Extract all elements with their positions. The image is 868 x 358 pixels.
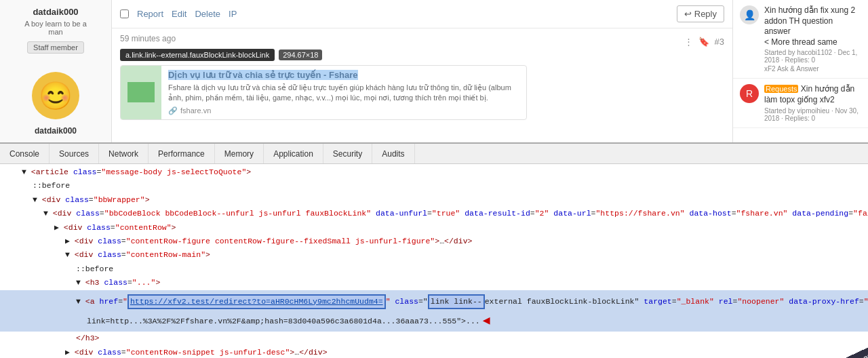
link-card-title[interactable]: Dịch vụ lưu trữ và chia sẻ trực tuyến - … [168, 70, 358, 80]
code-line-6: ▶ <div class="contentRow-figure contentR… [0, 235, 868, 248]
code-line-12: </h3> [0, 332, 868, 345]
sidebar-item-1[interactable]: 👤 Xin hướng dẫn fix xung 2 addon TH ques… [733, 0, 868, 79]
code-line-3: ▼ <div class="bbWrapper"> [0, 193, 868, 207]
user-panel-top: datdaik000 A boy learn to be a man Staff… [0, 0, 112, 142]
username-bottom: datdaik000 [35, 126, 77, 136]
code-line-5: ▶ <div class="contentRow"> [0, 221, 868, 235]
size-badge: 294.67×18 [279, 49, 322, 60]
report-link[interactable]: Report [137, 9, 163, 19]
tab-network[interactable]: Network [99, 144, 149, 163]
sidebar-item-2-meta: Started by vipmoihieu · Nov 30, 2018 · R… [764, 107, 861, 122]
sidebar-item-2-title: Requests Xin hướng dẫn làm topx giống xf… [764, 84, 861, 105]
post-toolbar: Report Edit Delete IP ↩ Reply [112, 0, 732, 28]
code-line-8: ::before [0, 262, 868, 276]
link-card-img-inner [127, 82, 155, 102]
sidebar-item-1-meta: Started by hacobi1102 · Dec 1, 2018 · Re… [764, 49, 861, 64]
sidebar-item-1-title: Xin hướng dẫn fix xung 2 addon TH questi… [764, 5, 861, 47]
code-line-11-highlighted: link=http...%3A%2F%2Ffshare.vn%2F&amp;ha… [0, 311, 868, 332]
forum-area: datdaik000 A boy learn to be a man Staff… [0, 0, 868, 142]
devtools-panel: Console Sources Network Performance Memo… [0, 142, 868, 358]
requests-badge: Requests [764, 85, 798, 93]
code-line-9: ▼ <h3 class="..."> [0, 276, 868, 290]
tab-console[interactable]: Console [0, 144, 50, 163]
avatar-emoji: 😊 [32, 72, 79, 119]
post-meta-row: 59 minutes ago ⋮ 🔖 #3 [120, 34, 724, 49]
link-card-body: Dịch vụ lưu trữ và chia sẻ trực tuyến - … [161, 66, 526, 119]
sidebar-item-1-content: Xin hướng dẫn fix xung 2 addon TH questi… [764, 5, 861, 73]
link-tooltip: a.link.link--external.fauxBlockLink-bloc… [120, 49, 275, 61]
edit-link[interactable]: Edit [172, 9, 186, 19]
reply-icon: ↩ [684, 9, 692, 19]
code-line-1: ▼ <article class="message-body js-select… [0, 165, 868, 179]
link-card[interactable]: Dịch vụ lưu trữ và chia sẻ trực tuyến - … [120, 65, 527, 120]
tab-security[interactable]: Security [323, 144, 372, 163]
tab-performance[interactable]: Performance [149, 144, 215, 163]
bookmark-icon[interactable]: 🔖 [698, 37, 709, 47]
tab-sources[interactable]: Sources [50, 144, 99, 163]
tab-memory[interactable]: Memory [215, 144, 264, 163]
tab-application[interactable]: Application [264, 144, 323, 163]
domain-icon: 🔗 [168, 106, 178, 115]
code-line-2: ::before [0, 179, 868, 193]
ip-link[interactable]: IP [229, 9, 237, 19]
post-checkbox[interactable] [120, 9, 129, 18]
sidebar-avatar-2: R [740, 84, 759, 103]
sidebar-item-2[interactable]: R Requests Xin hướng dẫn làm topx giống … [733, 79, 868, 127]
code-line-10-highlighted: ▼ <a href="https://xfv2.test/redirect?to… [0, 290, 868, 311]
code-line-13: ▶ <div class="contentRow-snippet js-unfu… [0, 346, 868, 359]
right-sidebar: 👤 Xin hướng dẫn fix xung 2 addon TH ques… [732, 0, 868, 142]
post-number: #3 [715, 37, 724, 47]
sidebar-item-2-header: R Requests Xin hướng dẫn làm topx giống … [740, 84, 861, 121]
redirect-link[interactable]: https://xfv2.test/redirect?to=aHR0cHM6Ly… [130, 297, 383, 306]
link-card-desc: Fshare là dịch vụ lưu trữ và chia sẻ dữ … [168, 83, 519, 104]
delete-link[interactable]: Delete [195, 9, 220, 19]
sidebar-avatar-1: 👤 [740, 5, 759, 24]
devtools-content: ▼ <article class="message-body js-select… [0, 164, 868, 358]
user-desc: A boy learn to be a man [24, 20, 87, 36]
share-icon[interactable]: ⋮ [684, 37, 693, 47]
link-card-image [121, 66, 161, 119]
reply-button[interactable]: ↩ Reply [677, 5, 724, 22]
post-time: 59 minutes ago [120, 34, 176, 43]
devtools-tabs: Console Sources Network Performance Memo… [0, 144, 868, 164]
tooltip-container: a.link.link--external.fauxBlockLink-bloc… [120, 49, 724, 61]
post-main: Report Edit Delete IP ↩ Reply 59 minutes… [112, 0, 732, 142]
sidebar-item-1-header: 👤 Xin hướng dẫn fix xung 2 addon TH ques… [740, 5, 861, 73]
username-top: datdaik000 [33, 7, 78, 17]
sidebar-item-2-content: Requests Xin hướng dẫn làm topx giống xf… [764, 84, 861, 121]
tab-audits[interactable]: Audits [372, 144, 414, 163]
code-line-4: ▼ <div class="bbCodeBlock bbCodeBlock--u… [0, 207, 868, 220]
sidebar-item-1-subforum: xF2 Ask & Answer [764, 65, 861, 73]
link-card-domain: 🔗 fshare.vn [168, 106, 519, 115]
post-actions: ⋮ 🔖 #3 [684, 37, 724, 47]
staff-badge: Staff member [27, 41, 84, 54]
post-content: 59 minutes ago ⋮ 🔖 #3 a.link.link--exter… [112, 28, 732, 142]
code-line-7: ▼ <div class="contentRow-main"> [0, 248, 868, 262]
